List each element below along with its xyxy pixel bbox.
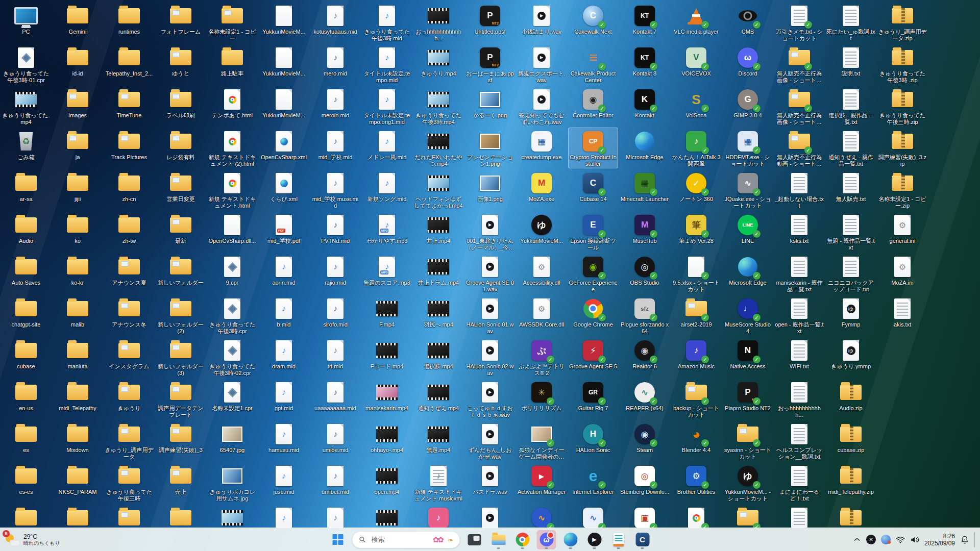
desktop-icon[interactable]: ♪meroin.mid [310,86,360,127]
desktop-icon[interactable]: ω✓Discord [723,44,773,85]
desktop-icon[interactable] [53,504,103,528]
desktop-icon[interactable]: ksks.txt [774,211,824,252]
desktop-icon[interactable]: 画像1.png [465,169,515,210]
edge-button[interactable] [561,530,580,549]
desktop-icon[interactable]: ja [53,128,103,168]
desktop-icon[interactable]: ◉✓GeForce Experience [568,253,618,294]
desktop-icon[interactable]: ♪✓Amazon Music [671,337,721,378]
chevron-up-icon[interactable] [853,536,861,544]
desktop-icon[interactable]: ♻ごみ箱 [1,128,51,168]
desktop-icon[interactable]: ∿✓REAPER (x64) [620,379,670,419]
desktop-icon[interactable]: runtimes [104,2,154,43]
desktop-icon[interactable]: es-es [1,462,51,503]
desktop-icon[interactable]: F.mp4 [362,295,412,336]
desktop-icon[interactable]: きゅうり食ってた午後3時.mp4 [413,86,463,127]
desktop-icon[interactable]: 説明.txt [826,44,876,85]
desktop-icon[interactable]: ✓無人販売不正行為画像 - ショートカッ... [774,44,824,85]
desktop-icon[interactable]: ▶HALion Sonic 02.wav [465,337,515,378]
desktop-icon[interactable]: ⚙Accessibility.dll [517,253,567,294]
desktop-icon[interactable]: ✓無人販売不正行為画像 - ショートカット [774,86,824,127]
desktop-icon[interactable]: ヘッドフォンはずしててよかっt.mp4 [413,169,463,210]
desktop-icon[interactable]: Telepathy_Inst_2... [104,44,154,85]
desktop-icon[interactable]: ♪td.mid [310,337,360,378]
desktop-icon[interactable]: ◉✓Controller Editor [568,86,618,127]
desktop-icon[interactable]: 新しいフォルダー (2) [156,295,206,336]
desktop-icon[interactable]: ∿✓JQuake.exe - ショートカット [723,169,773,210]
desktop-icon[interactable]: ♪きゅうり食ってた午後3時.mid [362,2,412,43]
desktop-icon[interactable]: e✓Internet Explorer [568,462,618,503]
stacked-windows-button[interactable] [465,530,484,549]
desktop-icon[interactable] [826,504,876,528]
desktop-icon[interactable]: ♪mid_学校 muse.mid [310,169,360,210]
desktop-icon[interactable]: ∿✓ [517,504,567,528]
desktop-icon[interactable]: ▶こってゅｈｄすおｆｄｓｂぁ.wav [465,379,515,419]
desktop-icon[interactable]: ♪MP3わかりやす.mp3 [362,211,412,252]
desktop-icon[interactable]: Gemini [53,2,103,43]
desktop-icon[interactable]: ♪hamusu.mid [259,420,309,461]
desktop-icon[interactable]: ぷ✓ぷよぷよ™テトリス® 2 [517,337,567,378]
desktop-icon[interactable]: ♪タイトル未設定.tempo.mid [362,44,412,85]
desktop-icon[interactable]: 新規 テキストドキュメント.html [207,169,257,210]
desktop-icon[interactable]: ⚙MoZA.ini [877,253,927,294]
desktop-icon[interactable]: かるーく.png [465,86,515,127]
notification-bell-icon[interactable]: z [960,535,969,544]
notepad-button[interactable] [609,530,628,549]
media-player-button[interactable]: ▶ [585,530,604,549]
desktop-icon[interactable]: ✓Google Chrome [568,295,618,336]
desktop-icon[interactable]: ⚙✓Brother Utilities [671,462,721,503]
desktop-icon[interactable]: ♪mid_学校.mid [310,128,360,168]
desktop-icon[interactable]: ♪kotusytuaaus.mid [310,2,360,43]
desktop-icon[interactable]: Mixdown [53,420,103,461]
desktop-icon[interactable]: ⚡✓Groove Agent SE 5 [568,337,618,378]
desktop-icon[interactable]: 新規 テキストドキュメント (2).html [207,128,257,168]
desktop-icon[interactable]: manisekarin - 親作品一覧.txt [774,253,824,294]
desktop-icon[interactable]: manisekarin.mp4 [362,379,412,419]
desktop-icon[interactable]: 調声練習(失敗)_3 [156,420,206,461]
desktop-icon[interactable]: きゅうり食ってた午後三時 [104,462,154,503]
x-circle-tray-icon[interactable]: ✕ [866,535,876,544]
desktop-icon[interactable]: ♪b.mid [259,295,309,336]
desktop-icon[interactable]: きゅうり_調声用データ [104,420,154,461]
desktop-icon[interactable]: ◉✓Steam [620,420,670,461]
desktop-icon[interactable]: ♪新規 テキストドキュメント.musicxml [413,462,463,503]
desktop-icon[interactable]: 売上 [156,462,206,503]
desktop-icon[interactable]: ✓VLC media player [671,2,721,43]
desktop-icon[interactable]: Images [53,86,103,127]
desktop-icon[interactable]: chatgpt-site [1,295,51,336]
desktop-icon[interactable]: ◉✓Reaktor 6 [620,337,670,378]
desktop-icon[interactable]: ♪新規ソング.mid [362,169,412,210]
desktop-icon[interactable]: 新しいフォルダー [156,253,206,294]
desktop-icon[interactable]: WIFI.txt [774,337,824,378]
desktop-icon[interactable]: E✓Epson 接続診断ツール [568,211,618,252]
desktop-icon[interactable]: ▦createdump.exe [517,128,567,168]
desktop-icon[interactable] [207,504,257,528]
desktop-icon[interactable]: KT✓Kontakt 7 [620,2,670,43]
desktop-icon[interactable] [362,504,412,528]
desktop-icon[interactable]: Audio [1,211,51,252]
desktop-icon[interactable]: ▶✓Activation Manager [517,462,567,503]
desktop-icon[interactable]: PC [1,2,51,43]
explorer-button[interactable] [489,530,508,549]
desktop-icon[interactable]: ≡✓Cakewalk Product Center [568,44,618,85]
desktop-icon[interactable]: ♪ [310,504,360,528]
desktop-icon[interactable]: 死にたい_ゅ歌詞.txt [826,2,876,43]
desktop-icon[interactable]: N✓Native Access [723,337,773,378]
desktop-icon[interactable]: きゅうり [104,379,154,419]
desktop-icon[interactable]: PNT✓Piapro Studio NT2 [723,379,773,419]
desktop-icon[interactable]: 65407.jpg [207,420,257,461]
desktop-icon[interactable]: open - 親作品一覧.txt [774,295,824,336]
desktop[interactable]: PCGeminiruntimesフォトフレーム名称未設定1 - コピーYukku… [0,0,980,528]
desktop-icon[interactable]: ✳✓ポリリリリズム [517,379,567,419]
desktop-icon[interactable]: ∿✓ [568,504,618,528]
desktop-icon[interactable]: sfz✓Plogue sforzando x64 [620,295,670,336]
desktop-icon[interactable]: H✓HALion Sonic [568,420,618,461]
desktop-icon[interactable]: ✓Microsoft Edge [723,253,773,294]
desktop-icon[interactable]: レジ袋有料 [156,128,206,168]
desktop-icon[interactable]: プレゼンテーション1.png [465,128,515,168]
desktop-icon[interactable]: ♩✓MuseScore Studio 4 [723,295,773,336]
desktop-icon[interactable]: V✓VOICEVOX [671,44,721,85]
desktop-icon[interactable]: ゆFymmp [826,295,876,336]
desktop-icon[interactable]: おっhhhhhhhhhhhh... [413,2,463,43]
desktop-icon[interactable]: cubase [1,337,51,378]
desktop-icon[interactable]: LINE✓LINE [723,211,773,252]
